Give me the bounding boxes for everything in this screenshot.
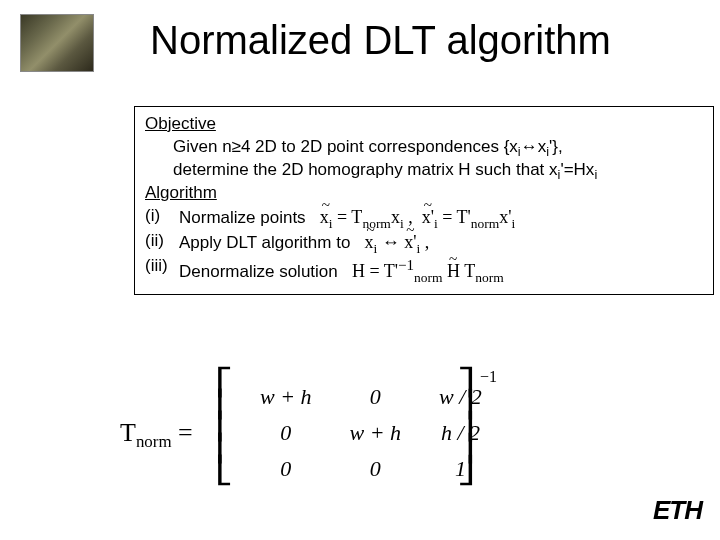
step-3-label: (iii) — [145, 255, 179, 278]
step-2-text: Apply DLT algorithm to — [179, 233, 350, 252]
step-3-text: Denormalize solution — [179, 262, 338, 281]
step-3: (iii) Denormalize solution H = T'−1norm … — [145, 255, 703, 284]
m12: 0 — [332, 380, 420, 414]
m32: 0 — [332, 452, 420, 486]
objective-heading: Objective — [145, 113, 703, 136]
right-bracket-icon: ⎤⎥⎥⎥⎦ — [460, 372, 473, 482]
step-2: (ii) Apply DLT algorithm to xi ↔ x'i , — [145, 230, 703, 255]
objective-line-2: determine the 2D homography matrix H suc… — [145, 159, 703, 182]
slide-thumbnail-icon — [20, 14, 94, 72]
m11: w + h — [242, 380, 330, 414]
step-2-eq: xi ↔ x'i , — [365, 232, 430, 252]
step-1-eq: xi = Tnormxi , x'i = T'normx'i — [320, 207, 515, 227]
tnorm-lhs: Tnorm = — [120, 418, 193, 448]
tnorm-exponent: −1 — [480, 368, 497, 386]
objective-line-1: Given n≥4 2D to 2D point correspondences… — [145, 136, 703, 159]
step-2-label: (ii) — [145, 230, 179, 253]
step-1: (i) Normalize points xi = Tnormxi , x'i … — [145, 205, 703, 230]
step-3-eq: H = T'−1norm H Tnorm — [352, 261, 504, 281]
step-1-text: Normalize points — [179, 208, 306, 227]
eth-logo: ETH — [653, 495, 702, 526]
algorithm-box: Objective Given n≥4 2D to 2D point corre… — [134, 106, 714, 295]
left-bracket-icon: ⎡⎢⎢⎢⎣ — [218, 372, 231, 482]
step-1-label: (i) — [145, 205, 179, 228]
m22: w + h — [332, 416, 420, 450]
m31: 0 — [242, 452, 330, 486]
page-title: Normalized DLT algorithm — [150, 18, 611, 63]
m21: 0 — [242, 416, 330, 450]
